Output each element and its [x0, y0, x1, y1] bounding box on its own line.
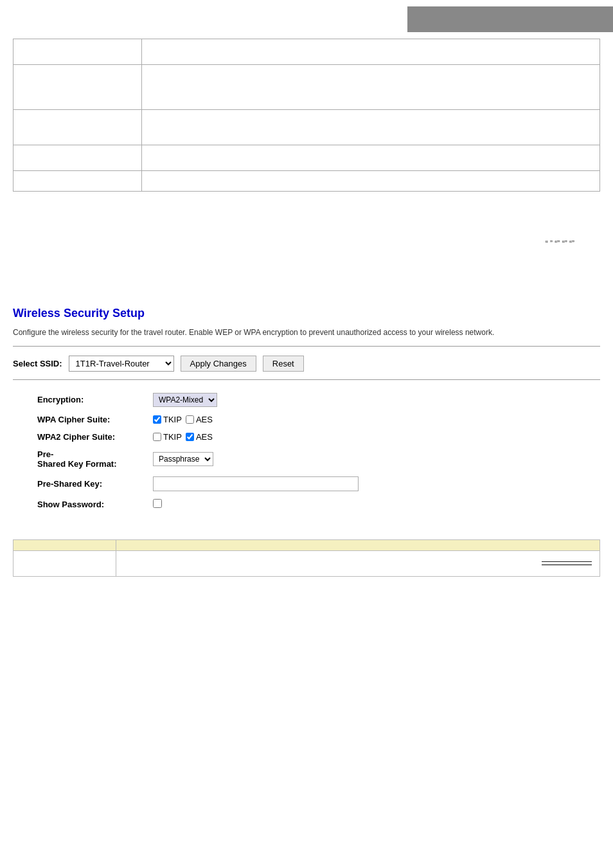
bottom-table-section: —————— — [0, 527, 613, 577]
wss-title: Wireless Security Setup — [13, 307, 600, 320]
wpa-tkip-item: TKIP — [153, 415, 182, 424]
bottom-link[interactable]: —————— — [542, 556, 592, 566]
top-table — [13, 39, 600, 192]
top-table-label-5 — [13, 171, 142, 192]
wpa-tkip-label: TKIP — [163, 415, 182, 424]
table-row — [13, 39, 600, 65]
middle-para-4 — [13, 270, 600, 282]
bottom-link-area: —————— — [124, 556, 592, 566]
top-table-value-4 — [142, 145, 600, 171]
ssid-row: Select SSID: 1T1R-Travel-Router Apply Ch… — [13, 356, 600, 380]
top-table-value-3 — [142, 110, 600, 145]
show-password-value-cell — [148, 495, 613, 514]
wpa2-cipher-row: WPA2 Cipher Suite: TKIP AES — [32, 428, 613, 446]
pre-shared-key-row: Pre-Shared Key: — [32, 473, 613, 495]
apply-changes-button[interactable]: Apply Changes — [181, 356, 256, 372]
wss-section: Wireless Security Setup Configure the wi… — [0, 294, 613, 514]
show-password-row: Show Password: — [32, 495, 613, 514]
pre-shared-key-input[interactable] — [153, 476, 359, 491]
pre-shared-key-label: Pre-Shared Key: — [32, 473, 148, 495]
top-table-value-5 — [142, 171, 600, 192]
top-table-label-1 — [13, 39, 142, 65]
wpa-cipher-checkboxes: TKIP AES — [153, 415, 613, 424]
middle-para-1 — [13, 204, 600, 217]
table-row — [13, 171, 600, 192]
wss-divider — [13, 346, 600, 347]
encryption-value-cell: WPA2-Mixed WEP WPA WPA2 None — [148, 389, 613, 411]
top-table-section — [0, 39, 613, 192]
wpa2-cipher-label: WPA2 Cipher Suite: — [32, 428, 148, 446]
bottom-data-label — [13, 550, 116, 576]
wss-form: Encryption: WPA2-Mixed WEP WPA WPA2 None… — [32, 389, 613, 514]
bottom-data-value: —————— — [116, 550, 600, 576]
wpa-aes-checkbox[interactable] — [186, 415, 194, 424]
table-row — [13, 110, 600, 145]
middle-section: “ ” “” “” “” — [0, 192, 613, 294]
passphrase-select[interactable]: Passphrase Hex — [153, 452, 213, 466]
top-table-value-1 — [142, 39, 600, 65]
bottom-table: —————— — [13, 539, 600, 577]
bottom-header-label — [13, 539, 116, 550]
table-row — [13, 145, 600, 171]
top-table-value-2 — [142, 65, 600, 110]
encryption-label: Encryption: — [32, 389, 148, 411]
wpa2-aes-item: AES — [186, 432, 213, 442]
wpa2-cipher-checkboxes: TKIP AES — [153, 432, 613, 442]
wpa-aes-item: AES — [186, 415, 213, 424]
wss-description: Configure the wireless security for the … — [13, 327, 600, 338]
wpa-cipher-value: TKIP AES — [148, 411, 613, 428]
top-table-label-4 — [13, 145, 142, 171]
header-bar — [407, 6, 613, 32]
pre-shared-key-format-label: Pre-Shared Key Format: — [32, 446, 148, 473]
top-table-label-2 — [13, 65, 142, 110]
bottom-table-header — [13, 539, 600, 550]
reset-button[interactable]: Reset — [263, 356, 304, 372]
ssid-select[interactable]: 1T1R-Travel-Router — [69, 356, 174, 372]
pre-shared-key-format-row: Pre-Shared Key Format: Passphrase Hex — [32, 446, 613, 473]
wpa2-tkip-checkbox[interactable] — [153, 433, 161, 441]
bottom-header-value — [116, 539, 600, 550]
wpa2-cipher-value: TKIP AES — [148, 428, 613, 446]
wpa2-tkip-label: TKIP — [163, 432, 182, 442]
pre-shared-key-value-cell — [148, 473, 613, 495]
pre-shared-key-format-value: Passphrase Hex — [148, 446, 613, 473]
encryption-select[interactable]: WPA2-Mixed WEP WPA WPA2 None — [153, 393, 217, 407]
encryption-row: Encryption: WPA2-Mixed WEP WPA WPA2 None — [32, 389, 613, 411]
wpa-cipher-label: WPA Cipher Suite: — [32, 411, 148, 428]
quotes-line: “ ” “” “” “” — [13, 239, 600, 248]
ssid-label: Select SSID: — [13, 359, 62, 368]
wpa2-tkip-item: TKIP — [153, 432, 182, 442]
table-row — [13, 65, 600, 110]
top-table-label-3 — [13, 110, 142, 145]
wpa2-aes-label: AES — [196, 432, 213, 442]
bottom-table-data: —————— — [13, 550, 600, 576]
wpa-tkip-checkbox[interactable] — [153, 415, 161, 424]
show-password-checkbox[interactable] — [153, 499, 162, 508]
top-header — [0, 0, 613, 39]
show-password-label: Show Password: — [32, 495, 148, 514]
middle-para-2 — [13, 222, 600, 234]
wpa-aes-label: AES — [196, 415, 213, 424]
wpa-cipher-row: WPA Cipher Suite: TKIP AES — [32, 411, 613, 428]
wpa2-aes-checkbox[interactable] — [186, 433, 194, 441]
middle-para-3 — [13, 252, 600, 264]
